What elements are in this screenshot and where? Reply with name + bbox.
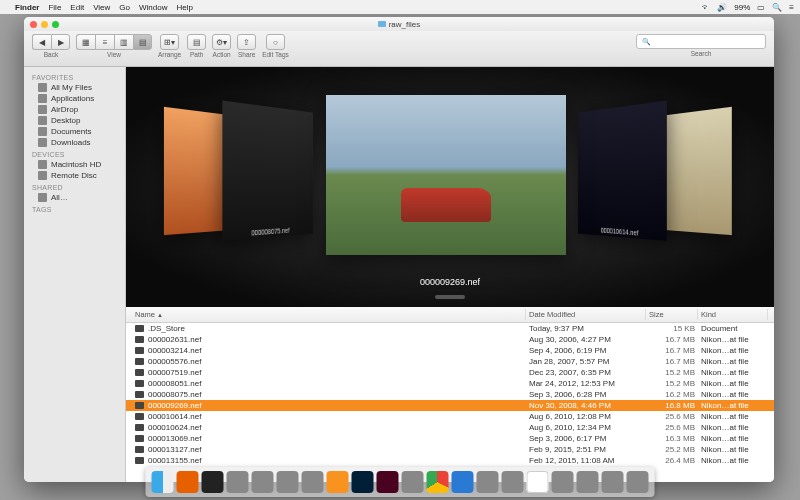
- wifi-icon[interactable]: ᯤ: [702, 3, 710, 12]
- file-size: 16.7 MB: [646, 346, 698, 355]
- volume-icon[interactable]: 🔊: [717, 3, 727, 12]
- file-kind: Nikon…at file: [698, 423, 768, 432]
- dock-app[interactable]: [552, 471, 574, 493]
- sidebar-item-airdrop[interactable]: AirDrop: [24, 104, 125, 115]
- dock-app[interactable]: [602, 471, 624, 493]
- file-date: Feb 9, 2015, 2:51 PM: [526, 445, 646, 454]
- table-row[interactable]: 000013155.nefFeb 12, 2015, 11:08 AM26.4 …: [126, 455, 774, 466]
- table-row[interactable]: 000005576.nefJan 28, 2007, 5:57 PM16.7 M…: [126, 356, 774, 367]
- app-name[interactable]: Finder: [15, 3, 39, 12]
- sort-arrow-icon: ▲: [157, 312, 163, 318]
- menu-go[interactable]: Go: [119, 3, 130, 12]
- coverflow-resize-handle[interactable]: [435, 295, 465, 299]
- share-button[interactable]: ⇪: [237, 34, 256, 50]
- table-row[interactable]: 000003214.nefSep 4, 2006, 6:19 PM16.7 MB…: [126, 345, 774, 356]
- search-input[interactable]: 🔍: [636, 34, 766, 49]
- file-name: 000009269.nef: [148, 401, 201, 410]
- dock-firefox[interactable]: [177, 471, 199, 493]
- arrange-button[interactable]: ⊞▾: [160, 34, 179, 50]
- dock-app[interactable]: [277, 471, 299, 493]
- view-icon-button[interactable]: ▦: [76, 34, 95, 50]
- desktop-icon: [38, 116, 47, 125]
- dock-indesign[interactable]: [377, 471, 399, 493]
- file-kind: Nikon…at file: [698, 379, 768, 388]
- close-button[interactable]: [30, 21, 37, 28]
- dock-app[interactable]: [402, 471, 424, 493]
- notification-icon[interactable]: ≡: [789, 3, 794, 12]
- dock-terminal[interactable]: [202, 471, 224, 493]
- table-row[interactable]: 000013069.nefSep 3, 2006, 6:17 PM16.3 MB…: [126, 433, 774, 444]
- menubar: Finder File Edit View Go Window Help ᯤ 🔊…: [0, 0, 800, 14]
- sidebar-item-downloads[interactable]: Downloads: [24, 137, 125, 148]
- table-row[interactable]: 000007519.nefDec 23, 2007, 6:35 PM15.2 M…: [126, 367, 774, 378]
- col-size[interactable]: Size: [646, 309, 698, 320]
- dock-app[interactable]: [227, 471, 249, 493]
- coverflow-item[interactable]: 000008075.nef: [222, 101, 312, 242]
- table-row[interactable]: 000013127.nefFeb 9, 2015, 2:51 PM25.2 MB…: [126, 444, 774, 455]
- minimize-button[interactable]: [41, 21, 48, 28]
- dock-chrome[interactable]: [427, 471, 449, 493]
- coverflow-view[interactable]: 000008075.nef 000010614.nef 000009269.ne…: [126, 67, 774, 307]
- file-date: Mar 24, 2012, 12:53 PM: [526, 379, 646, 388]
- edit-tags-button[interactable]: ○: [266, 34, 285, 50]
- file-name: 000007519.nef: [148, 368, 201, 377]
- toolbar: ◀ ▶ Back ▦ ≡ ▥ ▤ View ⊞▾ Arrange ▤ Path …: [24, 31, 774, 67]
- menu-edit[interactable]: Edit: [70, 3, 84, 12]
- dock-finder[interactable]: [152, 471, 174, 493]
- dock-app[interactable]: [477, 471, 499, 493]
- table-row[interactable]: 000008051.nefMar 24, 2012, 12:53 PM15.2 …: [126, 378, 774, 389]
- table-row[interactable]: 000009269.nefNov 30, 2008, 4:46 PM16.8 M…: [126, 400, 774, 411]
- back-button[interactable]: ◀: [32, 34, 51, 50]
- path-button[interactable]: ▤: [187, 34, 206, 50]
- dock-mail[interactable]: [452, 471, 474, 493]
- battery-percent[interactable]: 99%: [734, 3, 750, 12]
- table-row[interactable]: .DS_StoreToday, 9:37 PM15 KBDocument: [126, 323, 774, 334]
- action-button[interactable]: ⚙▾: [212, 34, 231, 50]
- spotlight-icon[interactable]: 🔍: [772, 3, 782, 12]
- sidebar-item-applications[interactable]: Applications: [24, 93, 125, 104]
- menu-file[interactable]: File: [48, 3, 61, 12]
- col-date[interactable]: Date Modified: [526, 309, 646, 320]
- menu-view[interactable]: View: [93, 3, 110, 12]
- dock-photoshop[interactable]: [352, 471, 374, 493]
- sidebar-item-macintosh-hd[interactable]: Macintosh HD: [24, 159, 125, 170]
- dock-trash[interactable]: [627, 471, 649, 493]
- table-row[interactable]: 000010624.nefAug 6, 2010, 12:34 PM25.6 M…: [126, 422, 774, 433]
- file-date: Nov 30, 2008, 4:46 PM: [526, 401, 646, 410]
- dock-app[interactable]: [577, 471, 599, 493]
- coverflow-center[interactable]: [326, 95, 566, 255]
- menu-window[interactable]: Window: [139, 3, 167, 12]
- table-row[interactable]: 000010614.nefAug 6, 2010, 12:08 PM25.6 M…: [126, 411, 774, 422]
- sidebar-item-all-my-files[interactable]: All My Files: [24, 82, 125, 93]
- table-row[interactable]: 000008075.nefSep 3, 2006, 6:28 PM16.2 MB…: [126, 389, 774, 400]
- col-kind[interactable]: Kind: [698, 309, 768, 320]
- dock: [146, 467, 655, 497]
- sidebar-item-all-shared[interactable]: All…: [24, 192, 125, 203]
- file-name: 000010624.nef: [148, 423, 201, 432]
- dock-app[interactable]: [252, 471, 274, 493]
- table-row[interactable]: 000002631.nefAug 30, 2006, 4:27 PM16.7 M…: [126, 334, 774, 345]
- sidebar-item-remote-disc[interactable]: Remote Disc: [24, 170, 125, 181]
- col-name[interactable]: Name ▲: [132, 309, 526, 320]
- sidebar-item-documents[interactable]: Documents: [24, 126, 125, 137]
- coverflow-item[interactable]: 000010614.nef: [578, 101, 667, 242]
- forward-button[interactable]: ▶: [51, 34, 70, 50]
- dock-calendar[interactable]: [527, 471, 549, 493]
- file-icon: [135, 446, 144, 453]
- view-list-button[interactable]: ≡: [95, 34, 114, 50]
- menu-help[interactable]: Help: [176, 3, 192, 12]
- dock-app[interactable]: [302, 471, 324, 493]
- dock-illustrator[interactable]: [327, 471, 349, 493]
- disc-icon: [38, 171, 47, 180]
- view-column-button[interactable]: ▥: [114, 34, 133, 50]
- zoom-button[interactable]: [52, 21, 59, 28]
- dock-app[interactable]: [502, 471, 524, 493]
- file-icon: [135, 413, 144, 420]
- sidebar-item-desktop[interactable]: Desktop: [24, 115, 125, 126]
- main-content: 000008075.nef 000010614.nef 000009269.ne…: [126, 67, 774, 482]
- airdrop-icon: [38, 105, 47, 114]
- file-date: Sep 3, 2006, 6:17 PM: [526, 434, 646, 443]
- file-kind: Document: [698, 324, 768, 333]
- view-coverflow-button[interactable]: ▤: [133, 34, 152, 50]
- titlebar[interactable]: raw_files: [24, 17, 774, 31]
